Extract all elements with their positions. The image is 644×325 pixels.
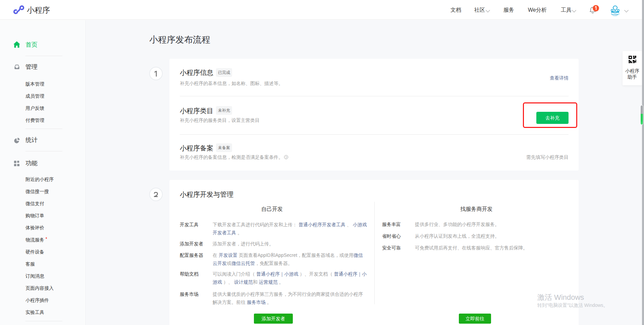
svg-text:~a option~: ~a option~ — [613, 15, 618, 16]
